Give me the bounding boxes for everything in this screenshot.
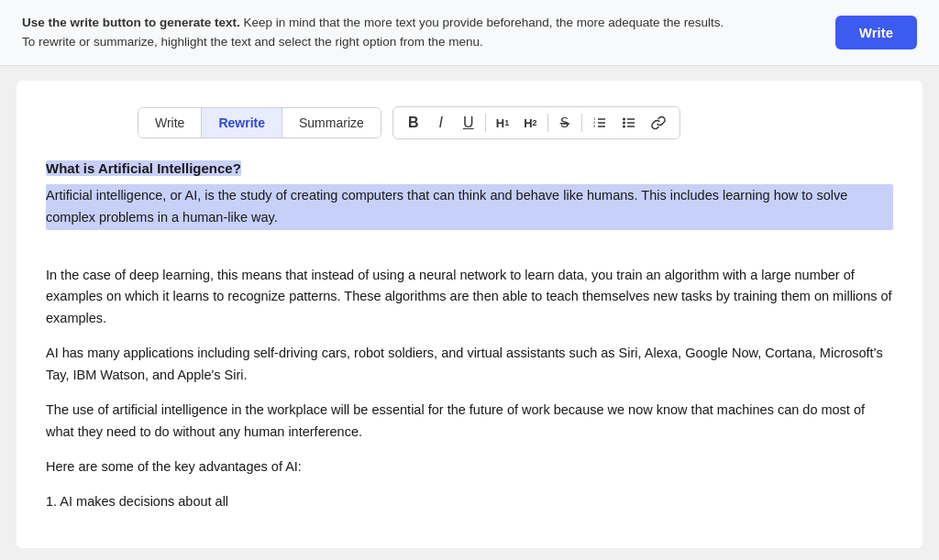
top-banner: Use the write button to generate text. K… — [0, 0, 939, 66]
divider-2 — [547, 114, 548, 132]
write-button[interactable]: Write — [835, 16, 917, 49]
tab-group: Write Rewrite Summarize — [138, 107, 381, 138]
tab-write[interactable]: Write — [138, 108, 202, 137]
format-toolbar: B I U H1 H2 S̶ 123 — [392, 106, 680, 139]
unordered-list-button[interactable] — [615, 112, 643, 134]
italic-button[interactable]: I — [428, 111, 454, 135]
editor-para1: In the case of deep learning, this means… — [46, 265, 893, 331]
banner-bold-text: Use the write button to generate text. — [22, 16, 240, 29]
editor-heading: What is Artificial Intelligence? — [46, 158, 893, 181]
h2-button[interactable]: H2 — [517, 113, 543, 134]
editor-content[interactable]: What is Artificial Intelligence? Artific… — [46, 158, 893, 513]
editor-para3: The use of artificial intelligence in th… — [46, 400, 893, 444]
svg-point-10 — [623, 122, 625, 125]
banner-text: Use the write button to generate text. K… — [22, 14, 724, 51]
toolbar: Write Rewrite Summarize B I U H1 H2 S̶ 1… — [138, 106, 893, 139]
editor-para5: 1. AI makes decisions about all — [46, 491, 893, 513]
strikethrough-button[interactable]: S̶ — [552, 111, 578, 135]
svg-text:3: 3 — [593, 124, 596, 128]
divider-1 — [485, 114, 486, 132]
ordered-list-button[interactable]: 123 — [586, 112, 613, 134]
link-button[interactable] — [645, 112, 672, 134]
underline-button[interactable]: U — [456, 111, 481, 135]
editor-para4: Here are some of the key advantages of A… — [46, 456, 893, 478]
tab-rewrite[interactable]: Rewrite — [202, 108, 282, 137]
editor-para2: AI has many applications including self-… — [46, 343, 893, 387]
svg-point-11 — [623, 126, 625, 128]
editor-highlighted-para: Artificial intelligence, or AI, is the s… — [46, 184, 893, 230]
divider-3 — [581, 114, 582, 132]
svg-point-9 — [623, 118, 625, 121]
main-area: Write Rewrite Summarize B I U H1 H2 S̶ 1… — [17, 81, 922, 548]
h1-button[interactable]: H1 — [490, 113, 515, 134]
tab-summarize[interactable]: Summarize — [282, 108, 381, 137]
bold-button[interactable]: B — [401, 111, 426, 135]
